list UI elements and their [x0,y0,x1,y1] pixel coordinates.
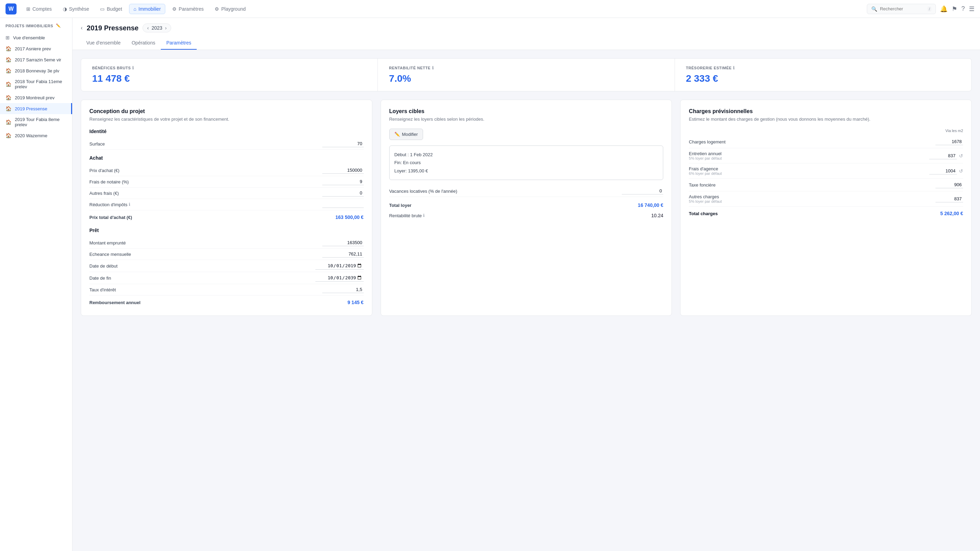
kpi-row: BÉNÉFICES BRUTS ℹ 11 478 € RENTABILITÉ N… [81,58,972,91]
sidebar-item-2019-montreuil[interactable]: 🏠 2019 Montreuil prev [0,92,72,103]
tab-parametres[interactable]: Paramètres [161,37,197,50]
sidebar: PROJETS IMMOBILIERS ✏️ ⊞ Vue d'ensemble … [0,18,72,551]
echeance-mensuelle-input[interactable] [322,251,364,257]
sidebar-item-2019-tour-fabia[interactable]: 🏠 2019 Tour Fabia 8eme prelev [0,114,72,130]
prix-total-value: 163 500,00 € [336,214,364,220]
immobilier-icon: ⌂ [134,6,136,12]
page-title: 2019 Pressense [87,24,138,32]
tabs: Vue d'ensemble Opérations Paramètres [81,37,972,50]
nav-comptes[interactable]: ⊞ Comptes [22,4,56,14]
rentabilite-brute-row: Rentabilité brute ℹ 10.24 [389,210,663,220]
flag-icon[interactable]: ⚑ [952,5,957,13]
property-icon-1: 🏠 [6,46,11,51]
taxe-fonciere-label: Taxe foncière [689,183,715,187]
nav-playground[interactable]: ⚙ Playground [210,4,250,14]
sidebar-item-2017-sarrazin[interactable]: 🏠 2017 Sarrazin 5eme vir [0,54,72,65]
kpi-benefices-value: 11 478 € [92,73,366,84]
help-icon[interactable]: ? [961,5,965,13]
nav-budget[interactable]: ▭ Budget [96,4,126,14]
total-loyer-value: 16 740,00 € [638,202,663,208]
tab-vue-ensemble[interactable]: Vue d'ensemble [81,37,126,50]
surface-input[interactable] [322,140,364,147]
year-nav: ‹ 2023 › [143,24,171,32]
taux-interet-input[interactable] [322,286,364,293]
pencil-icon: ✏️ [395,132,400,137]
back-button[interactable]: ‹ [81,25,83,31]
conception-subtitle: Renseignez les caractéristiques de votre… [89,116,364,122]
reduction-info-icon[interactable]: ℹ [129,202,130,207]
kpi-rentabilite-info-icon[interactable]: ℹ [432,65,434,70]
via-m2-label: Via les m2 [689,129,963,133]
rentabilite-info-icon[interactable]: ℹ [423,213,425,218]
sidebar-item-2018-bonnevay[interactable]: 🏠 2018 Bonnevay 3e plv [0,65,72,76]
search-shortcut: / [928,6,931,11]
taxe-fonciere-input[interactable] [935,181,963,188]
loyer-amount: Loyer: 1395,00 € [395,167,659,175]
app-logo: W [6,3,17,14]
page-title-row: ‹ 2019 Pressense ‹ 2023 › [81,24,972,32]
date-fin-label: Date de fin [89,275,111,281]
sidebar-item-2020-wazemme[interactable]: 🏠 2020 Wazemme [0,130,72,141]
vacances-label: Vacances locatives (% de l'année) [389,189,457,194]
echeance-mensuelle-row: Echeance mensuelle [89,249,364,260]
property-icon-5: 🏠 [6,95,11,100]
charges-subtitle: Estimez le montant des charges de gestio… [689,116,963,122]
property-icon-4: 🏠 [6,81,11,87]
sidebar-item-2018-tour-fabia[interactable]: 🏠 2018 Tour Fabia 11eme prelev [0,76,72,92]
nav-synthese[interactable]: ◑ Synthèse [59,4,93,14]
date-fin-input[interactable] [315,274,364,282]
search-input[interactable] [880,6,925,11]
parametres-icon: ⚙ [172,6,177,12]
vacances-row: Vacances locatives (% de l'année) [389,186,663,197]
charges-logement-input[interactable] [935,138,963,145]
kpi-benefices-info-icon[interactable]: ℹ [132,65,134,70]
kpi-rentabilite-nette: RENTABILITÉ NETTE ℹ 7.0% [378,59,675,91]
autres-frais-input[interactable] [322,190,364,197]
conception-title: Conception du projet [89,108,364,114]
frais-agence-input-group: ↺ [929,168,963,175]
entretien-input-group: ↺ [929,152,963,159]
entretien-reset-icon[interactable]: ↺ [959,153,963,159]
kpi-rentabilite-label: RENTABILITÉ NETTE ℹ [389,65,663,70]
kpi-tresorerie: TRÉSORERIE ESTIMÉE ℹ 2 333 € [675,59,971,91]
sidebar-item-vue-ensemble[interactable]: ⊞ Vue d'ensemble [0,32,72,43]
frais-agence-sublabel: 6% loyer par défaut [689,171,722,176]
year-prev-button[interactable]: ‹ [147,25,149,31]
date-debut-label: Date de début [89,264,118,268]
vacances-input[interactable] [622,187,663,194]
frais-agence-reset-icon[interactable]: ↺ [959,168,963,174]
nav-right: 🔍 / 🔔 ⚑ ? ☰ [867,4,974,14]
notifications-icon[interactable]: 🔔 [940,5,948,13]
reduction-impots-input[interactable] [322,201,364,208]
frais-agence-label: Frais d'agence [689,166,722,171]
entretien-annuel-input[interactable] [929,152,957,159]
budget-icon: ▭ [100,6,105,12]
search-box[interactable]: 🔍 / [867,4,936,14]
date-debut-input[interactable] [315,262,364,270]
achat-label: Achat [89,155,364,161]
edit-icon[interactable]: ✏️ [56,24,61,28]
montant-emprunte-input[interactable] [322,239,364,246]
autres-charges-label: Autres charges [689,194,722,199]
menu-icon[interactable]: ☰ [969,5,974,13]
total-charges-label: Total charges [689,211,718,216]
remboursement-label: Remboursement annuel [89,300,140,305]
sidebar-item-2019-pressense[interactable]: 🏠 2019 Pressense [0,103,72,114]
frais-notaire-input[interactable] [322,178,364,185]
year-next-button[interactable]: › [165,25,167,31]
reduction-impots-label: Réduction d'impôts ℹ [89,202,130,207]
synthese-icon: ◑ [63,6,67,12]
kpi-tresorerie-info-icon[interactable]: ℹ [733,65,735,70]
prix-achat-input[interactable] [322,167,364,174]
rentabilite-brute-value: 10.24 [651,213,663,218]
frais-agence-input[interactable] [929,168,957,175]
loyers-subtitle: Renseignez les loyers cibles selon les p… [389,116,663,122]
nav-immobilier[interactable]: ⌂ Immobilier [129,4,165,14]
loyer-period-box: Début : 1 Feb 2022 Fin: En cours Loyer: … [389,146,663,180]
autres-frais-label: Autres frais (€) [89,191,119,196]
tab-operations[interactable]: Opérations [126,37,161,50]
nav-parametres[interactable]: ⚙ Paramètres [168,4,208,14]
modify-button[interactable]: ✏️ Modifier [389,129,423,140]
sidebar-item-2017-asniere[interactable]: 🏠 2017 Asniere prev [0,43,72,54]
autres-charges-input[interactable] [935,195,963,202]
